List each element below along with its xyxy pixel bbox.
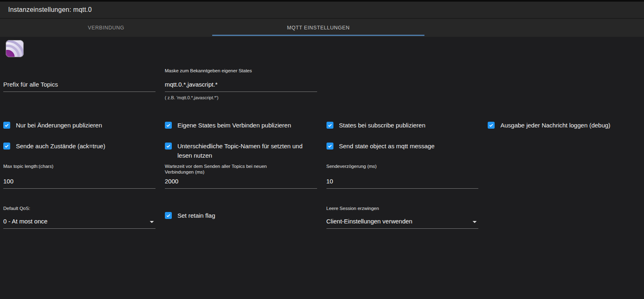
- tab-mqtt-einstellungen-label: MQTT EINSTELLUNGEN: [287, 25, 350, 31]
- send-delay-input[interactable]: 10: [326, 177, 479, 189]
- row-checkboxes-2: Sende auch Zustände (ack=true) Unterschi…: [3, 143, 640, 160]
- checkbox-publish-on-subscribe-box[interactable]: [326, 122, 333, 129]
- mask-helper-text: ( z.B. 'mqtt.0.*,javascript.*'): [165, 95, 317, 100]
- checkbox-debug-log-label: Ausgabe jeder Nachricht loggen (debug): [500, 120, 610, 130]
- dialog-title: Instanzeinstellungen: mqtt.0: [8, 6, 92, 13]
- chevron-down-icon: [150, 221, 154, 223]
- prefix-input[interactable]: Prefix für alle Topics: [3, 80, 155, 92]
- default-qos-select[interactable]: 0 - At most once: [3, 217, 155, 229]
- checkbox-different-topic-names-box[interactable]: [165, 143, 172, 150]
- empty-cell: [488, 205, 640, 229]
- send-delay-label: Sendeverzögerung (ms): [326, 163, 479, 169]
- checkbox-publish-on-subscribe: States bei subscribe publizieren: [326, 122, 479, 130]
- checkbox-publish-on-change: Nur bei Änderungen publizieren: [3, 122, 155, 130]
- row-qos-session: Default QoS: 0 - At most once Set retain…: [3, 205, 640, 229]
- tab-verbindung-label: VERBINDUNG: [88, 25, 124, 31]
- checkbox-set-retain-flag-box[interactable]: [165, 212, 172, 219]
- field-force-clean-session: Leere Session erzwingen Client-Einstellu…: [326, 205, 479, 229]
- force-clean-session-select[interactable]: Client-Einstellungen verwenden: [326, 217, 479, 229]
- chevron-down-icon: [473, 221, 477, 223]
- prefix-label: Prefix für alle Topics: [3, 80, 155, 91]
- wait-time-value: 2000: [165, 177, 317, 188]
- check-icon: [4, 123, 9, 128]
- send-delay-value: 10: [326, 177, 479, 188]
- force-clean-session-label: Leere Session erzwingen: [326, 205, 479, 211]
- wait-time-label: Wartezeit vor dem Senden aller Topics be…: [165, 163, 274, 175]
- checkbox-publish-own-states: Eigene States beim Verbinden publizieren: [165, 122, 317, 130]
- mqtt-adapter-icon: [6, 40, 24, 57]
- checkbox-set-retain-flag: Set retain flag: [165, 212, 317, 229]
- checkbox-send-state-object-box[interactable]: [326, 143, 333, 150]
- force-clean-session-value: Client-Einstellungen verwenden: [326, 217, 413, 228]
- checkbox-different-topic-names: Unterschiedliche Topic-Namen für setzten…: [165, 143, 317, 160]
- checkbox-send-state-object-label: Send state object as mqtt message: [339, 141, 435, 151]
- checkbox-set-retain-flag-label: Set retain flag: [178, 211, 215, 220]
- empty-cell: [488, 163, 640, 189]
- default-qos-value: 0 - At most once: [3, 217, 47, 228]
- tab-mqtt-einstellungen[interactable]: MQTT EINSTELLUNGEN: [212, 19, 424, 37]
- max-topic-length-label: Max topic length:(chars): [3, 163, 155, 169]
- field-prefix: Prefix für alle Topics: [3, 68, 155, 100]
- check-icon: [166, 123, 171, 128]
- wait-time-input[interactable]: 2000: [165, 177, 317, 189]
- checkbox-publish-on-change-label: Nur bei Änderungen publizieren: [16, 120, 102, 130]
- tab-verbindung[interactable]: VERBINDUNG: [0, 19, 212, 37]
- check-icon: [4, 143, 9, 149]
- empty-cell: [326, 68, 479, 100]
- max-topic-length-value: 100: [3, 177, 155, 188]
- checkbox-send-ack-states: Sende auch Zustände (ack=true): [3, 143, 155, 160]
- field-default-qos: Default QoS: 0 - At most once: [3, 205, 155, 229]
- row-checkboxes-1: Nur bei Änderungen publizieren Eigene St…: [3, 122, 640, 130]
- row-topic-fields: Prefix für alle Topics Maske zum Bekannt…: [3, 68, 640, 100]
- mask-label: Maske zum Bekanntgeben eigener States: [165, 68, 317, 74]
- checkbox-publish-own-states-label: Eigene States beim Verbinden publizieren: [178, 120, 291, 130]
- check-icon: [166, 143, 171, 149]
- check-icon: [489, 123, 494, 128]
- check-icon: [327, 143, 333, 149]
- checkbox-send-state-object: Send state object as mqtt message: [326, 143, 479, 160]
- check-icon: [327, 123, 333, 128]
- field-wait-time: Wartezeit vor dem Senden aller Topics be…: [165, 163, 317, 189]
- field-max-topic-length: Max topic length:(chars) 100: [3, 163, 155, 189]
- max-topic-length-input[interactable]: 100: [3, 177, 155, 189]
- checkbox-publish-on-subscribe-label: States bei subscribe publizieren: [339, 120, 426, 130]
- active-tab-indicator: [212, 35, 424, 36]
- field-send-delay: Sendeverzögerung (ms) 10: [326, 163, 479, 189]
- checkbox-debug-log-box[interactable]: [488, 122, 495, 129]
- empty-cell: [488, 68, 640, 100]
- checkbox-publish-on-change-box[interactable]: [3, 122, 10, 129]
- default-qos-label: Default QoS:: [3, 205, 155, 211]
- checkbox-publish-own-states-box[interactable]: [165, 122, 172, 129]
- settings-tabbar: VERBINDUNG MQTT EINSTELLUNGEN: [0, 19, 644, 37]
- checkbox-different-topic-names-label: Unterschiedliche Topic-Namen für setzten…: [178, 141, 317, 160]
- check-icon: [166, 213, 171, 218]
- field-mask: Maske zum Bekanntgeben eigener States mq…: [165, 68, 317, 100]
- checkbox-debug-log: Ausgabe jeder Nachricht loggen (debug): [488, 122, 640, 130]
- empty-cell: [488, 143, 640, 160]
- checkbox-send-ack-states-label: Sende auch Zustände (ack=true): [16, 141, 105, 151]
- mask-input[interactable]: mqtt.0.*,javascript.*: [165, 80, 317, 92]
- mask-value: mqtt.0.*,javascript.*: [165, 80, 317, 91]
- settings-panel: Prefix für alle Topics Maske zum Bekannt…: [0, 40, 644, 229]
- checkbox-send-ack-states-box[interactable]: [3, 143, 10, 150]
- dialog-titlebar: Instanzeinstellungen: mqtt.0: [0, 2, 644, 19]
- row-numeric-fields: Max topic length:(chars) 100 Wartezeit v…: [3, 163, 640, 189]
